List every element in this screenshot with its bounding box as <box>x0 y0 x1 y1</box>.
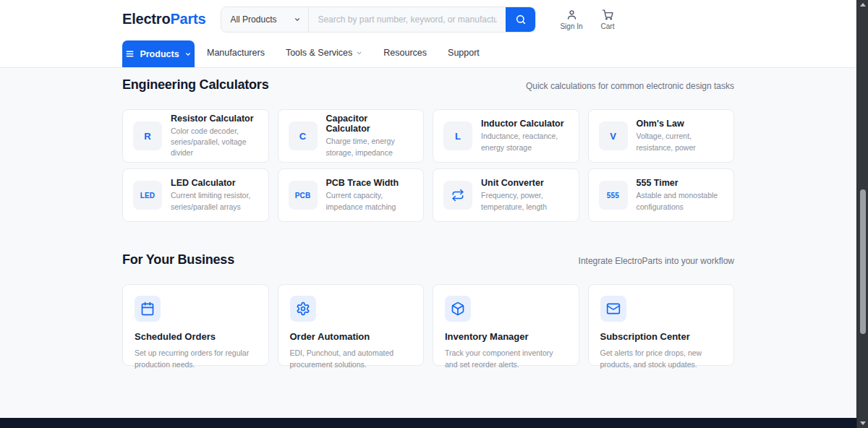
footer-bar <box>0 418 868 428</box>
biz-card-desc: Set up recurring orders for regular prod… <box>135 347 257 371</box>
calc-card-unit-converter[interactable]: Unit Converter Frequency, power, tempera… <box>433 168 579 222</box>
timer-555-badge: 555 <box>599 181 628 210</box>
inductor-badge: L <box>443 121 472 150</box>
logo[interactable]: ElectroParts <box>122 11 205 27</box>
main-content: Engineering Calculators Quick calculatio… <box>122 68 734 366</box>
user-icon <box>566 9 578 21</box>
search-category-value: All Products <box>230 14 276 25</box>
products-menu-label: Products <box>140 49 179 59</box>
header-top: ElectroParts All Products <box>122 0 734 38</box>
calc-card-text: 555 Timer Astable and monostable configu… <box>637 178 724 212</box>
calc-card-pcb-trace[interactable]: PCB PCB Trace Width Current capacity, im… <box>278 168 425 222</box>
calc-card-inductor[interactable]: L Inductor Calculator Inductance, reacta… <box>433 109 579 163</box>
sign-in-button[interactable]: Sign In <box>560 9 582 30</box>
calc-card-capacitor[interactable]: C Capacitor Calculator Charge time, ener… <box>278 109 425 163</box>
nav-item-label: Manufacturers <box>207 48 265 58</box>
calc-card-desc: Charge time, energy storage, impedance <box>326 136 414 158</box>
chevron-down-icon <box>356 50 362 56</box>
calc-card-resistor[interactable]: R Resistor Calculator Color code decoder… <box>122 109 269 163</box>
scroll-down-arrow-icon[interactable] <box>860 421 866 425</box>
search-bar: All Products <box>221 7 536 33</box>
calc-card-desc: Color code decoder, series/parallel, vol… <box>171 126 258 159</box>
calc-card-desc: Frequency, power, temperature, length <box>481 190 569 212</box>
calc-card-title: PCB Trace Width <box>326 178 414 188</box>
header-actions: Sign In Cart <box>560 9 614 30</box>
calc-card-desc: Current limiting resistor, series/parall… <box>171 190 258 212</box>
voltage-badge: V <box>599 121 628 150</box>
calc-card-desc: Current capacity, impedance matching <box>326 190 414 212</box>
calc-card-text: PCB Trace Width Current capacity, impeda… <box>326 178 414 212</box>
nav-links: Manufacturers Tools & Services Resources… <box>207 38 480 67</box>
scrollbar-thumb[interactable] <box>860 189 866 334</box>
nav-item-resources[interactable]: Resources <box>383 48 427 58</box>
calc-card-desc: Inductance, reactance, energy storage <box>481 131 569 153</box>
search-button[interactable] <box>506 7 535 32</box>
biz-card-scheduled-orders[interactable]: Scheduled Orders Set up recurring orders… <box>122 284 269 366</box>
calc-card-title: Capacitor Calculator <box>326 114 414 134</box>
section-title: Engineering Calculators <box>122 77 268 93</box>
section-title: For Your Business <box>122 252 234 268</box>
mail-icon <box>600 296 626 322</box>
calc-card-desc: Astable and monostable configurations <box>637 190 724 212</box>
gear-icon <box>290 296 316 322</box>
page-viewport: ElectroParts All Products <box>0 0 856 428</box>
section-subtitle: Integrate ElectroParts into your workflo… <box>579 256 734 266</box>
search-input[interactable] <box>309 7 506 32</box>
site-header: ElectroParts All Products <box>0 0 856 68</box>
nav-item-label: Tools & Services <box>286 48 352 58</box>
sign-in-label: Sign In <box>560 22 582 30</box>
scroll-up-arrow-icon[interactable] <box>860 3 866 7</box>
nav-item-tools-services[interactable]: Tools & Services <box>286 48 362 58</box>
business-section-head: For Your Business Integrate ElectroParts… <box>122 252 734 268</box>
calc-card-desc: Voltage, current, resistance, power <box>637 131 724 153</box>
search-category-select[interactable]: All Products <box>221 7 309 32</box>
calc-card-text: Unit Converter Frequency, power, tempera… <box>481 178 569 212</box>
calculators-section-head: Engineering Calculators Quick calculatio… <box>122 77 734 93</box>
biz-card-inventory-manager[interactable]: Inventory Manager Track your component i… <box>433 284 579 366</box>
calc-card-title: 555 Timer <box>637 178 724 188</box>
calculators-grid: R Resistor Calculator Color code decoder… <box>122 109 734 222</box>
calc-card-title: LED Calculator <box>171 178 258 188</box>
package-icon <box>445 296 471 322</box>
biz-card-subscription-center[interactable]: Subscription Center Get alerts for price… <box>588 284 735 366</box>
chevron-down-icon <box>294 16 301 23</box>
hamburger-icon <box>125 49 135 59</box>
calc-card-text: Resistor Calculator Color code decoder, … <box>171 114 258 159</box>
biz-card-title: Scheduled Orders <box>135 331 257 342</box>
section-subtitle: Quick calculations for common electronic… <box>526 81 734 91</box>
biz-card-title: Subscription Center <box>600 331 723 342</box>
biz-card-desc: Track your component inventory and set r… <box>445 347 567 371</box>
main-nav: Products Manufacturers Tools & Services … <box>122 38 734 67</box>
biz-card-order-automation[interactable]: Order Automation EDI, Punchout, and auto… <box>278 284 425 366</box>
calendar-icon <box>135 296 161 322</box>
biz-card-desc: Get alerts for price drops, new products… <box>600 347 723 371</box>
biz-card-title: Order Automation <box>290 331 412 342</box>
biz-card-title: Inventory Manager <box>445 331 567 342</box>
calc-card-text: Capacitor Calculator Charge time, energy… <box>326 114 414 158</box>
calc-card-title: Inductor Calculator <box>481 119 569 129</box>
cart-label: Cart <box>601 22 615 30</box>
scrollbar[interactable] <box>856 0 868 428</box>
calc-card-title: Ohm's Law <box>637 119 724 129</box>
business-grid: Scheduled Orders Set up recurring orders… <box>122 284 734 366</box>
products-menu-button[interactable]: Products <box>122 40 195 67</box>
pcb-badge: PCB <box>289 181 318 210</box>
calc-card-text: Inductor Calculator Inductance, reactanc… <box>481 119 569 153</box>
calc-card-text: LED Calculator Current limiting resistor… <box>171 178 258 212</box>
nav-item-manufacturers[interactable]: Manufacturers <box>207 48 265 58</box>
calc-card-ohms-law[interactable]: V Ohm's Law Voltage, current, resistance… <box>588 109 735 163</box>
calculators-section: Engineering Calculators Quick calculatio… <box>122 77 734 222</box>
nav-item-support[interactable]: Support <box>448 48 480 58</box>
cart-icon <box>602 9 614 21</box>
calc-card-title: Resistor Calculator <box>171 114 258 124</box>
search-icon <box>515 14 527 25</box>
capacitor-badge: C <box>289 121 318 150</box>
logo-part2: Parts <box>170 11 205 27</box>
calc-card-555-timer[interactable]: 555 555 Timer Astable and monostable con… <box>588 168 735 222</box>
calc-card-text: Ohm's Law Voltage, current, resistance, … <box>637 119 724 153</box>
repeat-arrows-icon <box>443 181 472 210</box>
resistor-badge: R <box>133 121 162 150</box>
biz-card-desc: EDI, Punchout, and automated procurement… <box>290 347 412 371</box>
calc-card-led[interactable]: LED LED Calculator Current limiting resi… <box>122 168 269 222</box>
cart-button[interactable]: Cart <box>601 9 615 30</box>
